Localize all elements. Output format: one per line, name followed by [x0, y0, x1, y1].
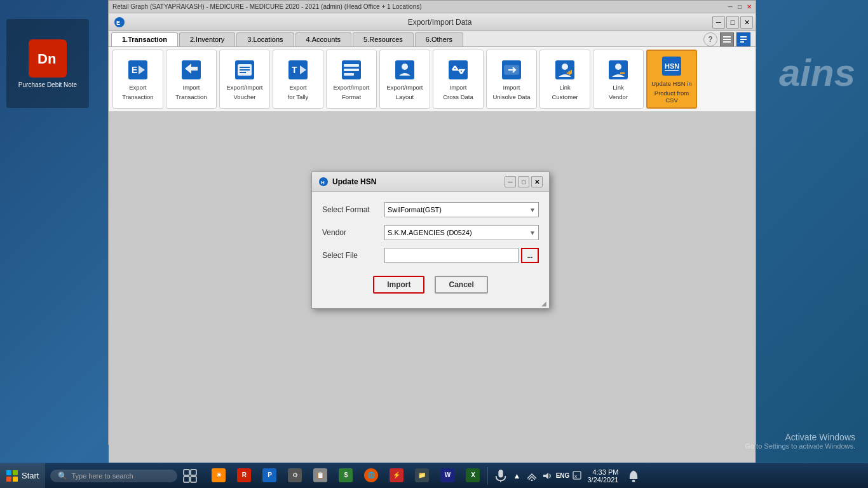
taskbar-app-icon-6[interactable]: $: [334, 464, 358, 487]
svg-rect-17: [344, 64, 359, 67]
modal-resize: ◢: [312, 299, 549, 308]
taskbar-app-icon-3[interactable]: P: [257, 464, 281, 487]
export-btn[interactable]: [736, 32, 750, 46]
windows-logo-icon: [6, 470, 18, 482]
modal-close-btn[interactable]: ✕: [531, 176, 543, 187]
modal-controls: ─ □ ✕: [505, 176, 543, 187]
modal-restore-btn[interactable]: □: [518, 176, 529, 187]
taskbar-search[interactable]: 🔍 Type here to search: [50, 470, 177, 482]
export-for-tally-btn[interactable]: T Export for Tally: [273, 50, 323, 109]
import-unisolve-data-label2: Unisolve Data: [492, 93, 530, 100]
svg-point-40: [531, 479, 533, 481]
taskbar-app-icon-2[interactable]: R: [232, 464, 256, 487]
activate-windows: Activate Windows Go to Settings to activ…: [745, 432, 855, 450]
tab-inventory[interactable]: 2.Inventory: [179, 32, 235, 46]
taskbar-icon-4: ⚙: [288, 468, 302, 482]
taskbar-app-icon-10[interactable]: W: [435, 464, 459, 487]
update-hsn-btn[interactable]: HSN Update HSN in Product from CSV: [646, 50, 697, 109]
select-file-label: Select File: [322, 251, 379, 260]
task-view-btn[interactable]: [180, 466, 200, 486]
tray-hide-icon[interactable]: x: [572, 470, 582, 482]
svg-rect-3: [723, 36, 731, 37]
sidebar-purchase-debit-note[interactable]: Dn Purchase Debit Note: [6, 19, 89, 108]
tab-others[interactable]: 6.Others: [415, 32, 463, 46]
link-customer-label2: Customer: [552, 93, 578, 100]
taskbar-icon-11: X: [466, 468, 480, 482]
import-unisolve-data-label: Import: [503, 84, 520, 91]
import-cross-data-icon: [447, 58, 470, 81]
vendor-dropdown[interactable]: S.K.M.AGENCIES (D0524) ▼: [384, 225, 539, 240]
export-transaction-icon: E: [126, 58, 149, 81]
taskbar-clock[interactable]: 4:33 PM 3/24/2021: [582, 468, 623, 484]
app-window-controls[interactable]: ─ □ ✕: [728, 3, 752, 10]
maximize-icon[interactable]: □: [738, 3, 742, 10]
nav-tabs: 1.Transaction 2.Inventory 3.Locations 4.…: [109, 31, 756, 47]
tab-locations[interactable]: 3.Locations: [236, 32, 294, 46]
window-close-btn[interactable]: ✕: [740, 16, 753, 29]
window-minimize-btn[interactable]: ─: [712, 16, 725, 29]
browse-btn[interactable]: ...: [521, 248, 539, 263]
link-customer-btn[interactable]: Link Customer: [539, 50, 590, 109]
microphone-btn[interactable]: [491, 466, 511, 486]
link-vendor-label2: Vendor: [609, 93, 628, 100]
svg-point-28: [615, 64, 621, 70]
tab-resources[interactable]: 5.Resources: [353, 32, 414, 46]
taskbar-date: 3/24/2021: [587, 476, 618, 484]
taskbar-icon-sun: ☀: [212, 468, 226, 482]
taskbar-app-icon-4[interactable]: ⚙: [283, 464, 307, 487]
import-cross-data-label: Import: [450, 84, 467, 91]
svg-rect-19: [344, 73, 354, 76]
tray-arrow[interactable]: ▲: [511, 470, 522, 482]
export-import-layout-btn[interactable]: Export/Import Layout: [379, 50, 430, 109]
export-import-layout-label: Export/Import: [386, 84, 423, 91]
select-format-dropdown[interactable]: SwilFormat(GST) ▼: [384, 202, 539, 217]
tray-volume-icon[interactable]: [541, 470, 553, 482]
resize-handle-icon[interactable]: ◢: [541, 300, 546, 307]
export-import-voucher-btn[interactable]: Export/Import Voucher: [219, 50, 270, 109]
taskbar-search-placeholder: Type here to search: [71, 472, 133, 480]
link-customer-icon: [553, 58, 576, 81]
link-vendor-icon: [607, 58, 630, 81]
modal-minimize-btn[interactable]: ─: [505, 176, 516, 187]
import-cross-data-btn[interactable]: Import Cross Data: [433, 50, 484, 109]
taskbar-app-icon-5[interactable]: 📋: [308, 464, 332, 487]
import-unisolve-data-btn[interactable]: Import Unisolve Data: [486, 50, 537, 109]
tab-transaction[interactable]: 1.Transaction: [111, 32, 178, 46]
settings-btn[interactable]: [720, 32, 734, 46]
help-btn[interactable]: ?: [703, 32, 717, 46]
vendor-label: Vendor: [322, 228, 379, 237]
taskbar-app-icon-7[interactable]: 🌐: [359, 464, 383, 487]
import-btn[interactable]: Import: [373, 276, 424, 294]
modal-title-text: Update HSN: [332, 177, 376, 186]
svg-rect-4: [723, 39, 731, 40]
link-vendor-btn[interactable]: Link Vendor: [593, 50, 644, 109]
svg-rect-18: [344, 69, 359, 71]
taskbar-app-icon-1[interactable]: ☀: [207, 464, 231, 487]
svg-text:H: H: [321, 180, 325, 186]
cancel-btn[interactable]: Cancel: [435, 276, 487, 294]
activate-line1: Activate Windows: [745, 432, 855, 442]
taskbar-app-icon-9[interactable]: 📁: [410, 464, 434, 487]
window-maximize-btn[interactable]: □: [726, 16, 739, 29]
export-for-tally-label: Export: [289, 84, 306, 91]
window-title: Export/Import Data: [129, 18, 750, 27]
taskbar-icon-3: P: [262, 468, 276, 482]
import-transaction-btn[interactable]: Import Transaction: [166, 50, 217, 109]
export-import-layout-label2: Layout: [396, 93, 414, 100]
modal-icon: H: [318, 177, 329, 187]
tray-network-icon[interactable]: [526, 470, 538, 482]
taskbar-app-icon-11[interactable]: X: [461, 464, 485, 487]
taskbar-icon-5: 📋: [313, 468, 327, 482]
start-button[interactable]: Start: [0, 463, 45, 488]
close-icon[interactable]: ✕: [747, 3, 752, 10]
file-input[interactable]: [384, 248, 519, 263]
minimize-icon[interactable]: ─: [728, 3, 733, 10]
taskbar-app-icon-8[interactable]: ⚡: [384, 464, 409, 487]
tray-keyboard-icon[interactable]: ENG: [557, 470, 568, 482]
export-transaction-label: Export: [129, 84, 146, 91]
export-transaction-btn[interactable]: E Export Transaction: [112, 50, 163, 109]
tab-accounts[interactable]: 4.Accounts: [295, 32, 351, 46]
export-import-format-btn[interactable]: Export/Import Format: [326, 50, 377, 109]
notification-btn[interactable]: [623, 466, 644, 486]
import-transaction-label: Import: [183, 84, 200, 91]
